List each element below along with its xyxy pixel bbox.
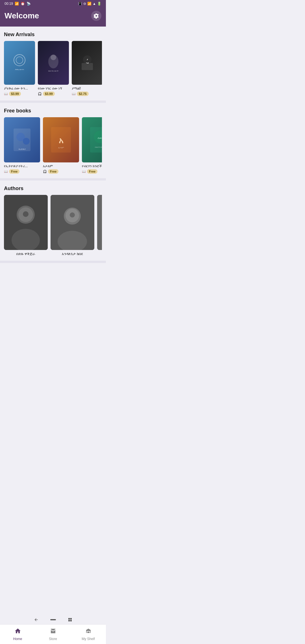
authors-section: Authors በድሉ ዋቅጅራ <box>0 180 106 261</box>
book-price-row-2: 🎧 $3.99 <box>38 92 69 96</box>
new-arrivals-title: New Arrivals <box>4 32 102 38</box>
svg-rect-39 <box>97 195 102 250</box>
settings-button[interactable] <box>91 11 101 21</box>
free-badge-1: Free <box>9 169 19 174</box>
status-right: 📳 ⊖ 📶 ▲ 🔋 <box>78 2 101 6</box>
free-book-card-2[interactable]: አ አታለም አታለም 🎧 Free <box>43 117 79 174</box>
free-book-title-3: የብርሃን ክንፎች <box>82 164 102 168</box>
book-type-icon-2: 🎧 <box>38 92 42 96</box>
authors-row: በድሉ ዋቅጅራ አንዳለጌታ ከበደ <box>4 195 102 258</box>
book-cover-1: ያ'ፍቅሬ ሰው ትን <box>4 41 35 85</box>
svg-point-33 <box>23 211 29 217</box>
free-books-row: የኢትዮጵያ የኢትዮጵያ የትሪ... 📖 Free አ አታለም <box>4 117 102 175</box>
divider-2 <box>0 178 106 180</box>
new-arrivals-row: ያ'ፍቅሬ ሰው ትን ያ'ፍቅሬ ሰው ትን... 📖 $3.99 <box>4 41 102 98</box>
author-photo-2 <box>51 195 94 250</box>
svg-text:የኢትዮጵያ: የኢትዮጵያ <box>19 148 26 150</box>
author-photo-1 <box>4 195 48 250</box>
svg-text:ያ'ፍቅሬ ሰው ትን: ያ'ፍቅሬ ሰው ትን <box>15 69 24 70</box>
new-arrivals-section: New Arrivals ያ'ፍቅሬ ሰው ትን ያ'ፍቅሬ ሰው ትን... … <box>0 27 106 101</box>
book-price-2: $3.99 <box>43 92 55 96</box>
free-book-price-row-3: 📖 Free <box>82 169 102 174</box>
book-cover-3: ያ ማልا! <box>72 41 102 85</box>
svg-point-0 <box>14 55 25 66</box>
book-cover-2: የሰው ሃገር ሰው ነኝ <box>38 41 69 85</box>
book-type-icon-3: 📖 <box>72 92 76 96</box>
svg-point-1 <box>16 57 23 64</box>
author-card-3[interactable]: ሃይወት ተፈራ <box>97 195 102 256</box>
svg-text:አ: አ <box>59 136 64 145</box>
free-books-title: Free books <box>4 108 102 114</box>
free-book-card-3[interactable]: ሰው የብርሃን ክንፎች የብርሃን ክንፎች 📖 Free <box>82 117 102 174</box>
status-left: 00:19 📶 ⏰ 📡 <box>5 2 31 6</box>
free-book-title-1: የኢትዮጵያ የትሪ... <box>4 164 40 168</box>
book-price-3: $2.75 <box>77 92 89 96</box>
author-photo-3 <box>97 195 102 250</box>
svg-point-4 <box>51 55 56 60</box>
free-book-icon-1: 📖 <box>4 170 8 173</box>
book-title-2: የሰው ሃገር ሰው ነኝ <box>38 86 69 90</box>
free-book-icon-3: 📖 <box>82 170 86 173</box>
svg-point-16 <box>23 138 30 145</box>
svg-text:ሰው: ሰው <box>98 136 102 140</box>
cast-icon: 📡 <box>27 2 31 6</box>
dnd-icon: ⊖ <box>83 2 86 6</box>
svg-text:ማልا!: ማልا! <box>86 62 89 64</box>
free-book-cover-2: አ አታለም <box>43 117 79 162</box>
svg-text:አታለም: አታለም <box>58 147 64 149</box>
author-card-2[interactable]: አንዳለጌታ ከበደ <box>51 195 94 256</box>
vibrate-icon: 📳 <box>78 2 82 6</box>
free-book-price-row-1: 📖 Free <box>4 169 40 174</box>
book-title-1: ያ'ፍቅሬ ሰው ትን... <box>4 86 35 90</box>
page-title: Welcome <box>5 11 39 20</box>
book-price-row-3: 📖 $2.75 <box>72 92 102 96</box>
free-book-icon-2: 🎧 <box>43 170 47 173</box>
svg-point-38 <box>70 212 75 217</box>
authors-title: Authors <box>4 186 102 192</box>
book-card-3[interactable]: ያ ማልا! ያማልا! 📖 $2.75 <box>72 41 102 96</box>
book-price-row-1: 📖 $3.99 <box>4 92 35 96</box>
signal-strength-icon: ▲ <box>93 2 96 6</box>
svg-text:የብርሃን ክንፎች: የብርሃን ክንፎች <box>95 146 102 148</box>
header: Welcome <box>0 7 106 27</box>
divider-1 <box>0 101 106 103</box>
book-card-1[interactable]: ያ'ፍቅሬ ሰው ትን ያ'ፍቅሬ ሰው ትን... 📖 $3.99 <box>4 41 35 96</box>
free-book-card-1[interactable]: የኢትዮጵያ የኢትዮጵያ የትሪ... 📖 Free <box>4 117 40 174</box>
free-book-title-2: አታለም <box>43 164 79 168</box>
divider-3 <box>0 261 106 263</box>
svg-text:የሰው ሃገር ሰው ነኝ: የሰው ሃገር ሰው ነኝ <box>48 70 58 72</box>
free-book-cover-3: ሰው የብርሃን ክንፎች <box>82 117 102 162</box>
free-badge-2: Free <box>48 169 58 174</box>
free-books-section: Free books የኢትዮጵያ የኢትዮጵያ የትሪ... 📖 Free <box>0 103 106 178</box>
author-name-3: ሃይወት ተፈራ <box>97 252 102 256</box>
book-type-icon-1: 📖 <box>4 92 8 96</box>
book-card-2[interactable]: የሰው ሃገር ሰው ነኝ የሰው ሃገር ሰው ነኝ 🎧 $3.99 <box>38 41 69 96</box>
wifi-icon: 📶 <box>87 2 91 6</box>
author-card-1[interactable]: በድሉ ዋቅጅራ <box>4 195 48 256</box>
svg-rect-6 <box>82 63 93 70</box>
book-price-1: $3.99 <box>9 92 21 96</box>
author-name-1: በድሉ ዋቅጅራ <box>4 252 48 256</box>
book-title-3: ያማልا! <box>72 86 102 90</box>
free-book-cover-1: የኢትዮጵያ <box>4 117 40 162</box>
free-book-price-row-2: 🎧 Free <box>43 169 79 174</box>
alarm-icon: ⏰ <box>21 2 25 6</box>
status-time: 00:19 <box>5 2 13 6</box>
status-bar: 00:19 📶 ⏰ 📡 📳 ⊖ 📶 ▲ 🔋 <box>0 0 106 7</box>
free-badge-3: Free <box>87 169 97 174</box>
signal-icon: 📶 <box>15 2 19 6</box>
author-name-2: አንዳለጌታ ከበደ <box>51 252 94 256</box>
battery-icon: 🔋 <box>97 2 101 6</box>
